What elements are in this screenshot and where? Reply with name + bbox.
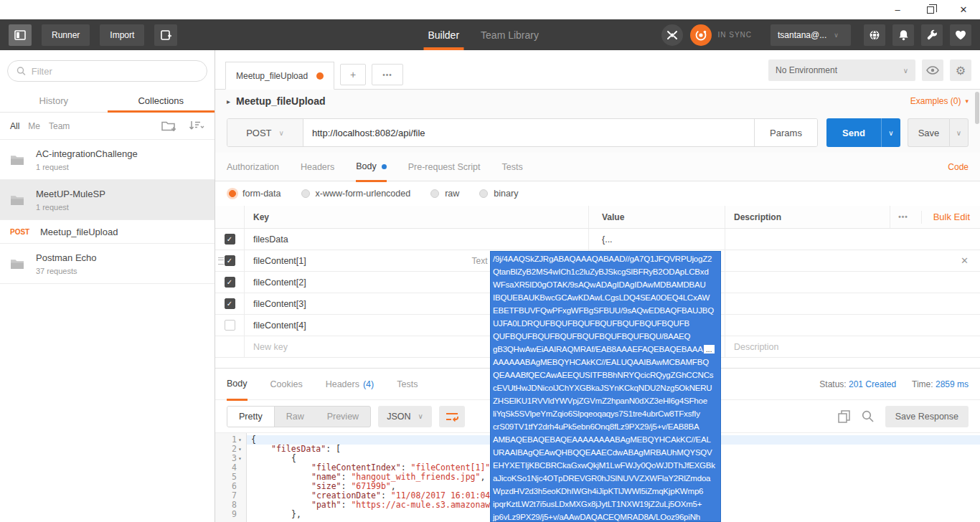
tab-body[interactable]: Body: [356, 153, 387, 182]
kv-desc-cell[interactable]: [725, 272, 890, 293]
row-checkbox[interactable]: ✓: [225, 255, 235, 266]
kv-check-cell: ✓: [215, 250, 244, 271]
response-tab-body[interactable]: Body: [227, 369, 248, 401]
view-pretty[interactable]: Pretty: [227, 407, 275, 427]
copy-response-button[interactable]: [838, 410, 850, 423]
row-checkbox[interactable]: ✓: [225, 277, 235, 288]
mode-binary[interactable]: binary: [479, 189, 518, 199]
fold-caret-icon[interactable]: ▾: [238, 435, 244, 445]
tab-pre-request-script[interactable]: Pre-request Script: [408, 153, 481, 181]
explore-button[interactable]: [864, 24, 885, 46]
overlay-line: jp6vLz9PX29/j5+v/aAAwDAQACEQMRAD8A/LOoz9…: [493, 511, 718, 522]
response-tab-cookies[interactable]: Cookies: [270, 369, 303, 400]
nav-tab-team-library[interactable]: Team Library: [481, 19, 539, 50]
kv-desc-cell[interactable]: [725, 293, 890, 314]
drag-handle-icon[interactable]: [218, 257, 224, 265]
token-plain: :: [401, 462, 411, 473]
sync-status-button[interactable]: [690, 24, 712, 46]
url-input[interactable]: [303, 119, 754, 146]
filter-search-box[interactable]: [7, 60, 207, 82]
mode-urlencoded[interactable]: x-www-form-urlencoded: [301, 189, 411, 199]
overlay-line: gB3QHwAwEiAAIRAQMRAf/EAB8AAAEFAQEBAQEBAA…: [493, 343, 718, 356]
bell-icon: [898, 29, 909, 41]
sidebar-request-item[interactable]: POSTMeetup_fileUpload: [0, 220, 215, 244]
scope-me[interactable]: Me: [28, 121, 40, 131]
interceptor-button[interactable]: [661, 24, 683, 46]
environment-preview-button[interactable]: [922, 60, 943, 81]
bulk-edit-link[interactable]: Bulk Edit: [921, 211, 970, 224]
kv-row[interactable]: ✓filesData{...: [215, 229, 980, 250]
fold-caret-icon[interactable]: ▾: [238, 454, 244, 463]
tab-headers[interactable]: Headers: [301, 153, 334, 181]
import-button[interactable]: Import: [100, 24, 144, 46]
nav-tab-builder[interactable]: Builder: [428, 19, 459, 50]
format-select[interactable]: JSON ∨: [378, 406, 432, 427]
scope-all[interactable]: All: [10, 121, 19, 131]
environment-select[interactable]: No Environment ∨: [768, 60, 915, 81]
sidebar-toggle-button[interactable]: [9, 24, 32, 46]
new-tab-button[interactable]: +: [340, 64, 366, 85]
runner-button[interactable]: Runner: [42, 24, 90, 46]
params-button[interactable]: Params: [754, 119, 817, 146]
new-collection-button[interactable]: [161, 120, 177, 132]
favorites-button[interactable]: [950, 24, 971, 46]
tab-authorization[interactable]: Authorization: [227, 153, 279, 181]
environment-settings-button[interactable]: ⚙: [950, 60, 971, 81]
mode-raw[interactable]: raw: [430, 189, 459, 199]
search-icon: [17, 66, 26, 76]
send-button[interactable]: Send: [826, 118, 881, 147]
generate-code-link[interactable]: Code: [948, 162, 969, 172]
kv-desc-cell[interactable]: Description: [725, 336, 890, 357]
token-key: "size": [311, 481, 341, 491]
kv-key-cell[interactable]: filesData: [244, 229, 588, 250]
kv-desc-cell[interactable]: [725, 250, 890, 271]
sidebar-collection-item[interactable]: Postman Echo37 requests: [0, 244, 215, 284]
kv-desc-cell[interactable]: [725, 229, 890, 250]
filter-input[interactable]: [32, 66, 198, 77]
new-window-button[interactable]: [154, 24, 177, 46]
scope-team[interactable]: Team: [49, 121, 70, 131]
row-checkbox[interactable]: ✓: [225, 234, 235, 245]
kv-desc-cell[interactable]: [725, 315, 890, 336]
tab-history[interactable]: History: [0, 89, 108, 112]
save-button[interactable]: Save: [908, 118, 949, 147]
tab-options-button[interactable]: •••: [372, 64, 403, 85]
save-options-button[interactable]: ∨: [949, 118, 969, 147]
new-window-icon: [161, 30, 171, 40]
fold-caret-icon[interactable]: ▾: [238, 445, 244, 454]
method-select[interactable]: POST ∨: [227, 119, 303, 146]
view-raw[interactable]: Raw: [275, 407, 316, 427]
window-minimize-button[interactable]: –: [881, 0, 914, 19]
view-preview[interactable]: Preview: [316, 407, 370, 427]
wrap-lines-button[interactable]: [439, 406, 465, 427]
overlay-line: EBETFBUVFQwPFxgWFBgSFBUU/9sAQwEDBAQFBAUJ…: [493, 304, 718, 317]
key-text: fileContent[4]: [253, 321, 306, 331]
settings-button[interactable]: [921, 24, 943, 46]
window-restore-button[interactable]: [914, 0, 947, 19]
mode-form-data[interactable]: form-data: [228, 189, 281, 199]
caret-right-icon[interactable]: ▸: [227, 98, 230, 105]
mode-raw-label: raw: [445, 189, 459, 199]
open-request-tab[interactable]: Meetup_fileUpload: [225, 62, 334, 90]
sidebar-collection-item[interactable]: MeetUP-MuleSP1 request: [0, 180, 215, 220]
examples-dropdown[interactable]: Examples (0) ▾: [910, 96, 969, 106]
remove-row-icon[interactable]: ✕: [961, 255, 969, 266]
send-options-button[interactable]: ∨: [881, 118, 900, 147]
user-account-dropdown[interactable]: tsantana@... ∨: [771, 24, 851, 46]
kv-menu-button[interactable]: •••: [898, 213, 908, 221]
sort-button[interactable]: [189, 120, 204, 131]
notifications-button[interactable]: [892, 24, 914, 46]
response-tab-tests[interactable]: Tests: [397, 369, 418, 400]
tab-tests[interactable]: Tests: [501, 153, 522, 181]
vertical-scrollbar-thumb[interactable]: [975, 92, 979, 124]
tab-collections[interactable]: Collections: [108, 89, 215, 112]
window-close-button[interactable]: ✕: [947, 0, 980, 19]
save-response-button[interactable]: Save Response: [885, 406, 969, 427]
value-editor-overlay[interactable]: /9j/4AAQSkZJRgABAQAAAQABAAD//gA7Q1JFQVRP…: [490, 251, 721, 522]
row-checkbox[interactable]: [225, 320, 235, 331]
search-response-button[interactable]: [862, 410, 874, 422]
row-checkbox[interactable]: ✓: [225, 298, 235, 309]
kv-value-cell[interactable]: {...: [588, 229, 725, 250]
sidebar-collection-item[interactable]: AC-integrationChallenge1 request: [0, 140, 215, 180]
response-tab-headers[interactable]: Headers (4): [326, 369, 374, 400]
